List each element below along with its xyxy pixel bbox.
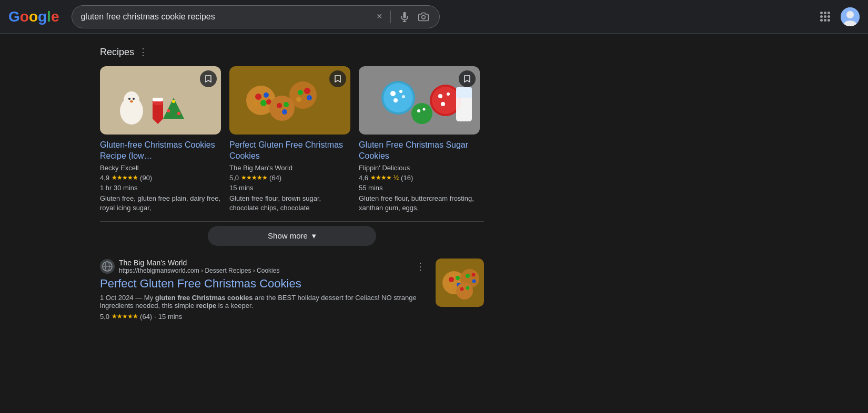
recipe-time-3: 55 mins	[359, 184, 480, 192]
search-input[interactable]	[80, 12, 370, 22]
result-content: The Big Man's World https://thebigmanswo…	[100, 259, 427, 321]
result-thumbnail	[436, 259, 484, 307]
svg-point-44	[447, 92, 450, 96]
svg-point-22	[260, 100, 267, 106]
camera-icon	[418, 12, 429, 22]
result-review-count: (64)	[140, 313, 152, 321]
svg-point-48	[423, 108, 426, 111]
svg-point-42	[432, 87, 459, 114]
search-result-1: The Big Man's World https://thebigmanswo…	[100, 259, 484, 321]
microphone-icon	[399, 12, 410, 22]
apps-button[interactable]	[818, 9, 832, 24]
svg-point-47	[417, 109, 420, 112]
half-star-3: ½	[393, 174, 399, 181]
svg-point-31	[277, 103, 282, 108]
header: Google ×	[0, 0, 868, 34]
clear-icon: ×	[377, 11, 382, 22]
bookmark-icon-1	[205, 75, 212, 83]
rating-count-1: (90)	[140, 174, 152, 182]
svg-point-17	[177, 112, 180, 115]
bookmark-button-1[interactable]	[200, 70, 217, 87]
recipe-card-1[interactable]: Gluten-free Christmas Cookies Recipe (lo…	[100, 66, 221, 213]
result-stars: ★★★★★	[112, 313, 138, 320]
svg-point-27	[304, 88, 310, 94]
svg-point-36	[383, 83, 413, 112]
chevron-down-icon: ▾	[312, 231, 316, 241]
clear-button[interactable]: ×	[375, 9, 385, 24]
source-url: https://thebigmansworld.com › Dessert Re…	[119, 267, 279, 274]
recipe-link-3[interactable]: Gluten Free Christmas Sugar Cookies	[359, 140, 480, 162]
bookmark-icon-3	[463, 75, 471, 83]
recipe-image-2	[229, 66, 350, 135]
recipes-title: Recipes	[100, 47, 134, 58]
recipe-ingredients-2: Gluten free flour, brown sugar, chocolat…	[229, 194, 350, 213]
apps-grid-icon	[820, 12, 830, 22]
recipe-ingredients-1: Gluten free, gluten free plain, dairy fr…	[100, 194, 221, 213]
recipe-time-2: 15 mins	[229, 184, 350, 192]
image-search-button[interactable]	[416, 9, 431, 24]
stars-2: ★★★★★	[241, 174, 267, 181]
result-date: 1 Oct 2024 — My gluten free Christmas co…	[100, 294, 427, 309]
svg-point-37	[390, 91, 396, 96]
recipe-cards-container: Gluten-free Christmas Cookies Recipe (lo…	[100, 66, 505, 213]
svg-point-66	[466, 286, 470, 290]
recipe-card-2[interactable]: Perfect Gluten Free Christmas Cookies Th…	[229, 66, 350, 213]
recipe-image-1	[100, 66, 221, 135]
more-options-icon[interactable]: ⋮	[138, 46, 148, 58]
svg-rect-50	[456, 87, 472, 98]
svg-point-20	[255, 94, 261, 100]
search-bar: ×	[72, 5, 440, 28]
recipe-card-3[interactable]: Gluten Free Christmas Sugar Cookies Flip…	[359, 66, 480, 213]
svg-point-46	[411, 103, 432, 124]
show-more-wrapper: Show more ▾	[100, 226, 484, 246]
header-right	[818, 7, 860, 26]
result-title[interactable]: Perfect Gluten Free Christmas Cookies	[100, 276, 427, 292]
show-more-button[interactable]: Show more ▾	[208, 226, 376, 246]
recipe-rating-3: 4,6 ★★★★½ (16)	[359, 174, 480, 182]
result-time: 15 mins	[158, 313, 183, 321]
source-more-button[interactable]: ⋮	[413, 259, 427, 274]
svg-point-29	[296, 97, 301, 102]
svg-point-38	[399, 90, 402, 93]
svg-point-2	[422, 15, 426, 19]
avatar[interactable]	[841, 7, 860, 26]
svg-point-9	[128, 98, 130, 100]
svg-point-64	[456, 283, 473, 300]
recipe-rating-1: 4,9 ★★★★★ (90)	[100, 174, 221, 182]
recipe-link-2[interactable]: Perfect Gluten Free Christmas Cookies	[229, 140, 350, 162]
svg-point-16	[167, 109, 170, 112]
rating-value-2: 5,0	[229, 174, 239, 182]
search-divider	[390, 11, 391, 23]
recipes-header: Recipes ⋮	[100, 46, 505, 58]
result-rating: 5,0	[100, 313, 109, 321]
voice-search-button[interactable]	[397, 9, 412, 24]
stars-3: ★★★★	[370, 174, 391, 181]
svg-point-11	[130, 100, 133, 102]
svg-point-61	[466, 274, 470, 278]
stars-1: ★★★★★	[112, 174, 138, 181]
svg-point-65	[460, 287, 464, 291]
svg-point-30	[269, 96, 295, 121]
source-info: The Big Man's World https://thebigmanswo…	[119, 259, 279, 274]
vertical-dots-icon: ⋮	[416, 261, 425, 272]
section-divider	[100, 221, 484, 222]
result-meta: 5,0 ★★★★★ (64) · 15 mins	[100, 313, 427, 321]
svg-point-21	[264, 92, 269, 98]
svg-point-10	[133, 98, 135, 100]
svg-point-32	[284, 102, 289, 107]
svg-point-39	[393, 98, 398, 102]
recipe-source-2: The Big Man's World	[229, 164, 350, 172]
recipe-image-3	[359, 66, 480, 135]
svg-point-43	[438, 94, 442, 98]
svg-point-40	[402, 95, 405, 98]
svg-point-4	[846, 11, 854, 18]
recipe-link-1[interactable]: Gluten-free Christmas Cookies Recipe (lo…	[100, 140, 221, 162]
recipe-time-1: 1 hr 30 mins	[100, 184, 221, 192]
rating-count-2: (64)	[269, 174, 281, 182]
svg-point-57	[456, 276, 460, 280]
website-favicon-icon	[102, 261, 113, 272]
result-snippet: My gluten free Christmas cookies are the…	[100, 294, 417, 309]
bookmark-button-3[interactable]	[459, 70, 476, 87]
show-more-label: Show more	[268, 231, 308, 240]
bookmark-button-2[interactable]	[329, 70, 346, 87]
